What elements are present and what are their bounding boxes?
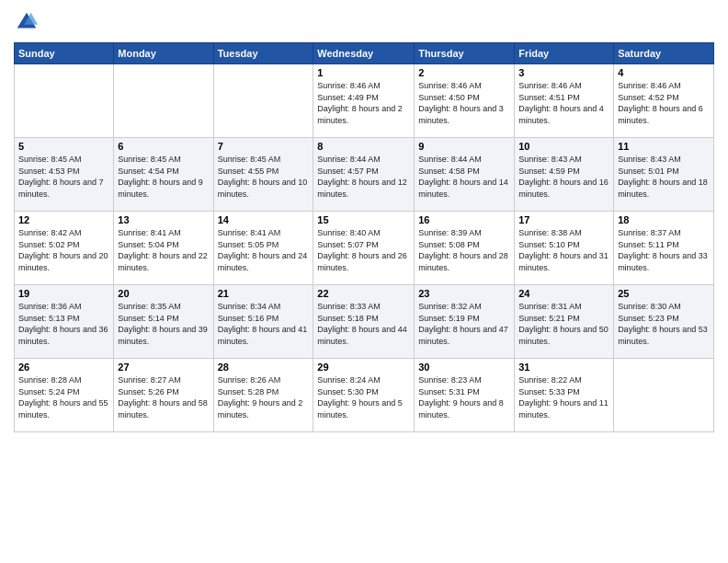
day-number: 16 (418, 214, 510, 225)
calendar-week-row: 26Sunrise: 8:28 AM Sunset: 5:24 PM Dayli… (15, 359, 714, 432)
day-number: 27 (118, 362, 209, 373)
calendar-day-cell: 30Sunrise: 8:23 AM Sunset: 5:31 PM Dayli… (415, 359, 515, 432)
day-info: Sunrise: 8:46 AM Sunset: 4:50 PM Dayligh… (418, 80, 510, 126)
calendar-day-cell: 8Sunrise: 8:44 AM Sunset: 4:57 PM Daylig… (313, 138, 415, 212)
weekday-header-cell: Saturday (614, 43, 714, 64)
day-info: Sunrise: 8:30 AM Sunset: 5:23 PM Dayligh… (618, 301, 710, 347)
calendar-day-cell: 20Sunrise: 8:35 AM Sunset: 5:14 PM Dayli… (114, 285, 213, 359)
weekday-header-cell: Thursday (415, 43, 515, 64)
calendar-day-cell: 14Sunrise: 8:41 AM Sunset: 5:05 PM Dayli… (213, 212, 313, 285)
calendar-day-cell: 3Sunrise: 8:46 AM Sunset: 4:51 PM Daylig… (515, 64, 614, 138)
weekday-header-cell: Monday (114, 43, 213, 64)
day-number: 18 (618, 214, 710, 225)
calendar-day-cell: 28Sunrise: 8:26 AM Sunset: 5:28 PM Dayli… (213, 359, 313, 432)
calendar-body: 1Sunrise: 8:46 AM Sunset: 4:49 PM Daylig… (15, 64, 714, 432)
day-number: 23 (418, 288, 510, 299)
day-info: Sunrise: 8:39 AM Sunset: 5:08 PM Dayligh… (418, 227, 510, 273)
calendar-day-cell: 6Sunrise: 8:45 AM Sunset: 4:54 PM Daylig… (114, 138, 213, 212)
calendar-day-cell: 16Sunrise: 8:39 AM Sunset: 5:08 PM Dayli… (415, 212, 515, 285)
day-number: 15 (317, 214, 410, 225)
day-number: 1 (317, 67, 410, 78)
day-info: Sunrise: 8:46 AM Sunset: 4:49 PM Dayligh… (317, 80, 410, 126)
day-number: 11 (618, 141, 710, 152)
day-info: Sunrise: 8:46 AM Sunset: 4:51 PM Dayligh… (518, 80, 609, 126)
calendar-day-cell: 13Sunrise: 8:41 AM Sunset: 5:04 PM Dayli… (114, 212, 213, 285)
logo (14, 9, 43, 35)
calendar-day-cell: 10Sunrise: 8:43 AM Sunset: 4:59 PM Dayli… (515, 138, 614, 212)
day-number: 21 (218, 288, 310, 299)
day-info: Sunrise: 8:22 AM Sunset: 5:33 PM Dayligh… (518, 374, 609, 420)
day-info: Sunrise: 8:36 AM Sunset: 5:13 PM Dayligh… (18, 301, 109, 347)
day-info: Sunrise: 8:24 AM Sunset: 5:30 PM Dayligh… (317, 374, 410, 420)
day-info: Sunrise: 8:40 AM Sunset: 5:07 PM Dayligh… (317, 227, 410, 273)
day-info: Sunrise: 8:31 AM Sunset: 5:21 PM Dayligh… (518, 301, 609, 347)
day-number: 4 (618, 67, 710, 78)
calendar-day-cell (15, 64, 114, 138)
page: SundayMondayTuesdayWednesdayThursdayFrid… (0, 0, 728, 563)
day-info: Sunrise: 8:43 AM Sunset: 5:01 PM Dayligh… (618, 154, 710, 200)
calendar-day-cell: 31Sunrise: 8:22 AM Sunset: 5:33 PM Dayli… (515, 359, 614, 432)
day-number: 6 (118, 141, 209, 152)
calendar-day-cell: 7Sunrise: 8:45 AM Sunset: 4:55 PM Daylig… (213, 138, 313, 212)
day-number: 14 (218, 214, 310, 225)
day-number: 12 (18, 214, 109, 225)
calendar-day-cell: 15Sunrise: 8:40 AM Sunset: 5:07 PM Dayli… (313, 212, 415, 285)
calendar-day-cell: 2Sunrise: 8:46 AM Sunset: 4:50 PM Daylig… (415, 64, 515, 138)
day-number: 2 (418, 67, 510, 78)
day-number: 30 (418, 362, 510, 373)
calendar-day-cell: 27Sunrise: 8:27 AM Sunset: 5:26 PM Dayli… (114, 359, 213, 432)
calendar-day-cell: 29Sunrise: 8:24 AM Sunset: 5:30 PM Dayli… (313, 359, 415, 432)
day-number: 3 (518, 67, 609, 78)
calendar-day-cell: 18Sunrise: 8:37 AM Sunset: 5:11 PM Dayli… (614, 212, 714, 285)
day-info: Sunrise: 8:37 AM Sunset: 5:11 PM Dayligh… (618, 227, 710, 273)
calendar-week-row: 1Sunrise: 8:46 AM Sunset: 4:49 PM Daylig… (15, 64, 714, 138)
day-info: Sunrise: 8:34 AM Sunset: 5:16 PM Dayligh… (218, 301, 310, 347)
calendar-day-cell (213, 64, 313, 138)
calendar-week-row: 5Sunrise: 8:45 AM Sunset: 4:53 PM Daylig… (15, 138, 714, 212)
calendar-day-cell (614, 359, 714, 432)
day-info: Sunrise: 8:27 AM Sunset: 5:26 PM Dayligh… (118, 374, 209, 420)
calendar-week-row: 19Sunrise: 8:36 AM Sunset: 5:13 PM Dayli… (15, 285, 714, 359)
calendar-day-cell: 9Sunrise: 8:44 AM Sunset: 4:58 PM Daylig… (415, 138, 515, 212)
day-number: 25 (618, 288, 710, 299)
calendar-day-cell: 4Sunrise: 8:46 AM Sunset: 4:52 PM Daylig… (614, 64, 714, 138)
day-info: Sunrise: 8:23 AM Sunset: 5:31 PM Dayligh… (418, 374, 510, 420)
day-number: 9 (418, 141, 510, 152)
weekday-header-cell: Sunday (15, 43, 114, 64)
day-number: 10 (518, 141, 609, 152)
day-info: Sunrise: 8:38 AM Sunset: 5:10 PM Dayligh… (518, 227, 609, 273)
day-number: 29 (317, 362, 410, 373)
day-info: Sunrise: 8:43 AM Sunset: 4:59 PM Dayligh… (518, 154, 609, 200)
calendar-day-cell: 21Sunrise: 8:34 AM Sunset: 5:16 PM Dayli… (213, 285, 313, 359)
day-info: Sunrise: 8:28 AM Sunset: 5:24 PM Dayligh… (18, 374, 109, 420)
weekday-header-cell: Wednesday (313, 43, 415, 64)
day-info: Sunrise: 8:26 AM Sunset: 5:28 PM Dayligh… (218, 374, 310, 420)
day-info: Sunrise: 8:35 AM Sunset: 5:14 PM Dayligh… (118, 301, 209, 347)
calendar-day-cell: 12Sunrise: 8:42 AM Sunset: 5:02 PM Dayli… (15, 212, 114, 285)
day-number: 24 (518, 288, 609, 299)
calendar-table: SundayMondayTuesdayWednesdayThursdayFrid… (14, 42, 714, 432)
day-number: 28 (218, 362, 310, 373)
day-number: 20 (118, 288, 209, 299)
calendar-day-cell: 5Sunrise: 8:45 AM Sunset: 4:53 PM Daylig… (15, 138, 114, 212)
calendar-day-cell: 26Sunrise: 8:28 AM Sunset: 5:24 PM Dayli… (15, 359, 114, 432)
day-number: 17 (518, 214, 609, 225)
day-info: Sunrise: 8:44 AM Sunset: 4:57 PM Dayligh… (317, 154, 410, 200)
day-info: Sunrise: 8:32 AM Sunset: 5:19 PM Dayligh… (418, 301, 510, 347)
calendar-day-cell: 19Sunrise: 8:36 AM Sunset: 5:13 PM Dayli… (15, 285, 114, 359)
day-info: Sunrise: 8:45 AM Sunset: 4:53 PM Dayligh… (18, 154, 109, 200)
day-info: Sunrise: 8:45 AM Sunset: 4:54 PM Dayligh… (118, 154, 209, 200)
weekday-header-cell: Friday (515, 43, 614, 64)
day-number: 7 (218, 141, 310, 152)
header (14, 9, 714, 35)
calendar-day-cell: 1Sunrise: 8:46 AM Sunset: 4:49 PM Daylig… (313, 64, 415, 138)
day-number: 26 (18, 362, 109, 373)
day-info: Sunrise: 8:41 AM Sunset: 5:05 PM Dayligh… (218, 227, 310, 273)
day-info: Sunrise: 8:45 AM Sunset: 4:55 PM Dayligh… (218, 154, 310, 200)
day-number: 19 (18, 288, 109, 299)
day-number: 5 (18, 141, 109, 152)
day-info: Sunrise: 8:42 AM Sunset: 5:02 PM Dayligh… (18, 227, 109, 273)
calendar-day-cell: 25Sunrise: 8:30 AM Sunset: 5:23 PM Dayli… (614, 285, 714, 359)
weekday-header-row: SundayMondayTuesdayWednesdayThursdayFrid… (15, 43, 714, 64)
day-info: Sunrise: 8:33 AM Sunset: 5:18 PM Dayligh… (317, 301, 410, 347)
